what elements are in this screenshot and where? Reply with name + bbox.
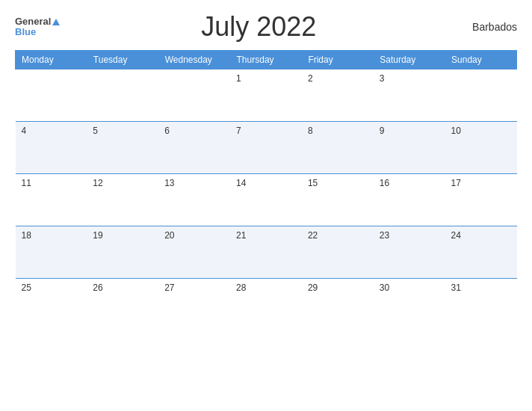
calendar-day-cell: 2: [302, 69, 374, 122]
country-label: Barbados: [457, 21, 517, 33]
day-number: 12: [93, 178, 102, 188]
calendar-day-cell: 30: [374, 279, 445, 331]
day-number: 14: [236, 178, 246, 188]
calendar-day-cell: 27: [158, 279, 230, 331]
calendar-day-cell: 4: [16, 122, 87, 174]
calendar-day-cell: 16: [374, 174, 445, 226]
day-number: 13: [164, 178, 174, 188]
day-number: 16: [380, 178, 389, 188]
calendar-day-cell: 20: [158, 226, 230, 279]
weekday-thursday: Thursday: [230, 51, 302, 69]
calendar-day-cell: 18: [16, 226, 87, 279]
day-number: 20: [164, 230, 174, 241]
day-number: 22: [308, 230, 318, 241]
day-number: 3: [380, 73, 385, 84]
calendar-day-cell: 25: [16, 279, 87, 331]
calendar-day-cell: 23: [374, 226, 445, 279]
weekday-friday: Friday: [302, 51, 374, 69]
calendar-week-row: 123: [16, 69, 517, 122]
day-number: 28: [236, 282, 246, 293]
day-number: 6: [164, 126, 170, 136]
day-number: 23: [380, 230, 389, 241]
day-number: 5: [93, 126, 98, 136]
calendar-day-cell: [87, 69, 158, 122]
calendar-week-row: 45678910: [16, 122, 517, 174]
logo-triangle-icon: [52, 19, 60, 25]
calendar-day-cell: 14: [230, 174, 302, 226]
weekday-sunday: Sunday: [445, 51, 517, 69]
calendar-day-cell: 31: [445, 279, 517, 331]
weekday-monday: Monday: [16, 51, 87, 69]
calendar-day-cell: 13: [158, 174, 230, 226]
weekday-tuesday: Tuesday: [87, 51, 158, 69]
day-number: 15: [308, 178, 318, 188]
day-number: 30: [380, 282, 389, 293]
calendar-container: General Blue July 2022 Barbados Monday T…: [0, 0, 532, 411]
calendar-day-cell: 8: [302, 122, 374, 174]
day-number: 17: [451, 178, 461, 188]
calendar-day-cell: [158, 69, 230, 122]
calendar-week-row: 18192021222324: [16, 226, 517, 279]
calendar-title: July 2022: [60, 11, 457, 43]
logo: General Blue: [15, 16, 60, 38]
day-number: 18: [22, 230, 31, 241]
day-number: 10: [451, 126, 461, 136]
calendar-day-cell: 26: [87, 279, 158, 331]
day-number: 19: [93, 230, 102, 241]
calendar-day-cell: 11: [16, 174, 87, 226]
calendar-day-cell: 22: [302, 226, 374, 279]
day-number: 1: [236, 73, 241, 84]
day-number: 26: [93, 282, 102, 293]
calendar-day-cell: 21: [230, 226, 302, 279]
day-number: 7: [236, 126, 241, 136]
day-number: 2: [308, 73, 313, 84]
day-number: 9: [380, 126, 385, 136]
day-number: 27: [164, 282, 174, 293]
calendar-day-cell: 7: [230, 122, 302, 174]
day-number: 4: [22, 126, 27, 136]
day-number: 11: [22, 178, 31, 188]
calendar-day-cell: 17: [445, 174, 517, 226]
calendar-header: General Blue July 2022 Barbados: [15, 11, 517, 43]
calendar-day-cell: 24: [445, 226, 517, 279]
calendar-day-cell: 15: [302, 174, 374, 226]
day-number: 8: [308, 126, 313, 136]
calendar-day-cell: 10: [445, 122, 517, 174]
calendar-day-cell: 1: [230, 69, 302, 122]
calendar-day-cell: 29: [302, 279, 374, 331]
day-number: 25: [22, 282, 31, 293]
day-number: 31: [451, 282, 461, 293]
logo-general: General: [15, 16, 51, 27]
day-number: 29: [308, 282, 318, 293]
calendar-week-row: 25262728293031: [16, 279, 517, 331]
logo-blue: Blue: [15, 27, 36, 37]
weekday-saturday: Saturday: [374, 51, 445, 69]
calendar-day-cell: [16, 69, 87, 122]
weekday-header-row: Monday Tuesday Wednesday Thursday Friday…: [16, 51, 517, 69]
calendar-day-cell: 19: [87, 226, 158, 279]
day-number: 24: [451, 230, 461, 241]
weekday-wednesday: Wednesday: [158, 51, 230, 69]
day-number: 21: [236, 230, 246, 241]
calendar-table: Monday Tuesday Wednesday Thursday Friday…: [15, 50, 517, 331]
calendar-day-cell: [445, 69, 517, 122]
calendar-day-cell: 6: [158, 122, 230, 174]
calendar-day-cell: 12: [87, 174, 158, 226]
calendar-day-cell: 3: [374, 69, 445, 122]
calendar-week-row: 11121314151617: [16, 174, 517, 226]
calendar-day-cell: 9: [374, 122, 445, 174]
calendar-day-cell: 28: [230, 279, 302, 331]
calendar-day-cell: 5: [87, 122, 158, 174]
